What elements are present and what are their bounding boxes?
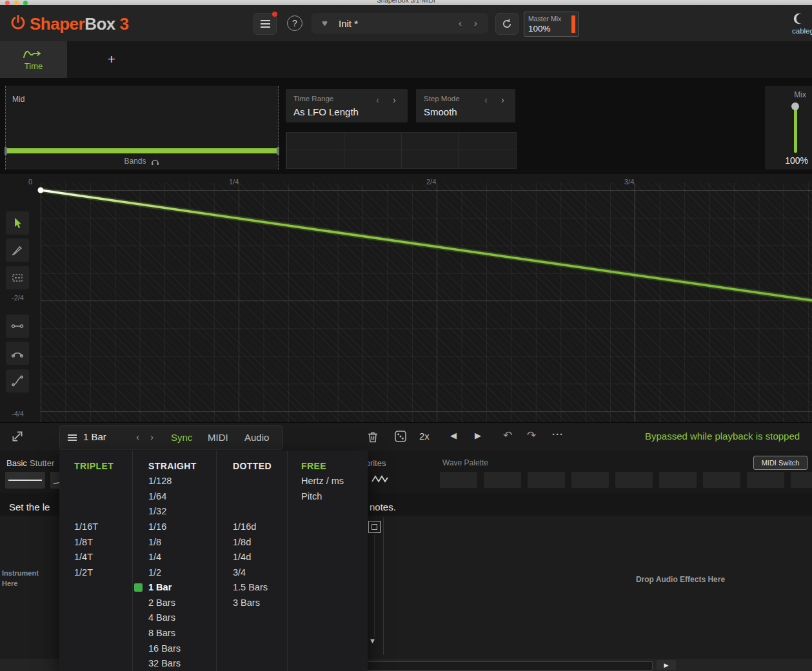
mix-slider-knob[interactable] bbox=[791, 102, 799, 110]
wave-thumb-flat[interactable] bbox=[5, 472, 45, 489]
undo-button[interactable]: ↶ bbox=[503, 429, 512, 442]
palette-slot[interactable] bbox=[484, 472, 521, 488]
palette-slot[interactable] bbox=[791, 472, 812, 488]
instrument-drop-zone-label[interactable]: Instrument Here bbox=[2, 569, 54, 589]
preset-name[interactable]: Init * bbox=[339, 18, 358, 29]
menu-item[interactable]: 1/128 bbox=[148, 476, 172, 491]
palette-tab-stutter[interactable]: Stutter bbox=[30, 458, 54, 468]
menu-item[interactable]: 1.5 Bars bbox=[233, 582, 268, 597]
headphones-icon[interactable] bbox=[150, 157, 160, 166]
midi-switch-button[interactable]: MIDI Switch bbox=[753, 456, 807, 470]
band-range-bar[interactable] bbox=[7, 148, 277, 153]
palette-slot[interactable] bbox=[615, 472, 653, 488]
menu-item[interactable]: 8 Bars bbox=[148, 628, 175, 643]
band-panel[interactable]: Mid Bands bbox=[5, 86, 279, 170]
play-button[interactable]: ▶ bbox=[657, 660, 676, 670]
arc-tool-button[interactable] bbox=[6, 342, 29, 365]
menu-item[interactable]: 1/8T bbox=[74, 537, 93, 552]
menu-item[interactable]: 32 Bars bbox=[148, 658, 181, 671]
mode-audio[interactable]: Audio bbox=[244, 432, 269, 443]
shift-right-button[interactable]: ▶ bbox=[475, 431, 481, 440]
lfo-length-menu: TRIPLET 1/16T 1/8T 1/4T 1/2T STRAIGHT 1/… bbox=[59, 451, 368, 671]
pattern-tool-button[interactable] bbox=[6, 266, 29, 289]
select-tool-button[interactable] bbox=[6, 211, 29, 235]
menu-item[interactable]: 1/16d bbox=[233, 521, 256, 536]
scrollbar-track[interactable] bbox=[374, 535, 375, 637]
menu-item[interactable]: 1/16 bbox=[148, 521, 166, 536]
master-mix-control[interactable]: Master Mix 100% bbox=[524, 12, 579, 37]
length-next-icon[interactable]: › bbox=[150, 431, 153, 442]
retrigger-button[interactable] bbox=[495, 13, 519, 35]
palette-slot[interactable] bbox=[440, 472, 477, 488]
preset-bar[interactable]: ♥ Init * ‹ › bbox=[312, 13, 488, 34]
menu-item[interactable]: 1/2 bbox=[148, 567, 161, 582]
menu-item[interactable]: 1/64 bbox=[148, 491, 166, 506]
favorite-heart-icon[interactable]: ♥ bbox=[322, 17, 328, 28]
menu-item[interactable]: 16 Bars bbox=[148, 643, 181, 658]
palette-slot[interactable] bbox=[528, 472, 565, 488]
menu-item[interactable]: Pitch bbox=[301, 491, 322, 506]
step-mode-selector[interactable]: Step Mode ‹ › Smooth bbox=[416, 89, 515, 122]
zigzag-wave-icon[interactable] bbox=[371, 474, 389, 484]
menu-item[interactable]: 1/16T bbox=[74, 521, 98, 536]
redo-button[interactable]: ↷ bbox=[527, 429, 536, 442]
more-options-button[interactable]: ··· bbox=[552, 429, 564, 440]
bands-label[interactable]: Bands bbox=[124, 157, 146, 166]
lfo-canvas[interactable] bbox=[41, 183, 812, 422]
menu-item[interactable]: 4 Bars bbox=[148, 612, 175, 627]
length-prev-icon[interactable]: ‹ bbox=[136, 431, 139, 442]
band-handle-right[interactable] bbox=[277, 147, 279, 155]
time-range-value[interactable]: As LFO Length bbox=[293, 106, 359, 117]
palette-slot[interactable] bbox=[703, 472, 740, 488]
step-mode-next-icon[interactable]: › bbox=[501, 94, 504, 105]
tab-time[interactable]: Time bbox=[0, 41, 67, 78]
menu-item[interactable]: 1/8d bbox=[233, 537, 251, 552]
effects-drop-zone-label[interactable]: Drop Audio Effects Here bbox=[613, 575, 748, 584]
menu-item[interactable]: 3/4 bbox=[233, 567, 246, 582]
menu-item[interactable]: 1/8 bbox=[148, 537, 161, 552]
menu-item-selected[interactable]: 1 Bar bbox=[132, 582, 216, 597]
time-range-selector[interactable]: Time Range ‹ › As LFO Length bbox=[286, 89, 408, 122]
menu-header-straight: STRAIGHT bbox=[148, 461, 197, 471]
step-mode-prev-icon[interactable]: ‹ bbox=[484, 94, 488, 105]
palette-slot[interactable] bbox=[747, 472, 784, 488]
lfo-length-value[interactable]: 1 Bar bbox=[83, 431, 106, 442]
menu-item[interactable]: Hertz / ms bbox=[301, 476, 344, 491]
shift-left-button[interactable]: ◀ bbox=[450, 431, 457, 440]
palette-slot[interactable] bbox=[659, 472, 697, 488]
master-mix-slider[interactable] bbox=[571, 15, 575, 33]
add-shaper-button[interactable]: + bbox=[103, 51, 120, 68]
power-icon[interactable] bbox=[9, 14, 27, 32]
menu-item[interactable]: 1/32 bbox=[148, 506, 166, 521]
list-icon[interactable] bbox=[68, 434, 77, 436]
mode-midi[interactable]: MIDI bbox=[208, 432, 228, 443]
palette-slot[interactable] bbox=[571, 472, 609, 488]
double-pattern-button[interactable]: 2x bbox=[419, 431, 430, 442]
step-grid-preview[interactable] bbox=[286, 132, 517, 169]
palette-tab-basic[interactable]: Basic bbox=[6, 458, 27, 468]
mode-sync[interactable]: Sync bbox=[171, 432, 192, 443]
scrollbar-down-button[interactable]: ▼ bbox=[369, 637, 376, 645]
expand-editor-button[interactable] bbox=[10, 429, 25, 443]
time-range-prev-icon[interactable]: ‹ bbox=[376, 94, 379, 105]
menu-item[interactable]: 3 Bars bbox=[233, 598, 260, 612]
arc-icon bbox=[11, 347, 24, 360]
line-tool-button[interactable] bbox=[6, 315, 29, 338]
mix-slider-track[interactable] bbox=[794, 106, 797, 153]
scurve-tool-button[interactable] bbox=[6, 369, 29, 393]
menu-item[interactable]: 1/4 bbox=[148, 552, 161, 567]
menu-item[interactable]: 2 Bars bbox=[148, 598, 175, 612]
delete-wave-button[interactable] bbox=[366, 430, 379, 443]
randomize-button[interactable] bbox=[394, 430, 407, 443]
step-mode-value[interactable]: Smooth bbox=[424, 106, 457, 117]
main-menu-button[interactable] bbox=[253, 13, 277, 35]
preset-next-icon[interactable]: › bbox=[474, 17, 477, 28]
draw-tool-button[interactable] bbox=[6, 238, 29, 262]
menu-item[interactable]: 1/4T bbox=[74, 552, 93, 567]
preset-prev-icon[interactable]: ‹ bbox=[459, 17, 462, 28]
menu-item[interactable]: 1/4d bbox=[233, 552, 251, 567]
scrollbar-top-button[interactable] bbox=[368, 521, 381, 533]
time-range-next-icon[interactable]: › bbox=[393, 94, 396, 105]
menu-item[interactable]: 1/2T bbox=[74, 567, 93, 582]
help-button[interactable]: ? bbox=[284, 13, 306, 34]
